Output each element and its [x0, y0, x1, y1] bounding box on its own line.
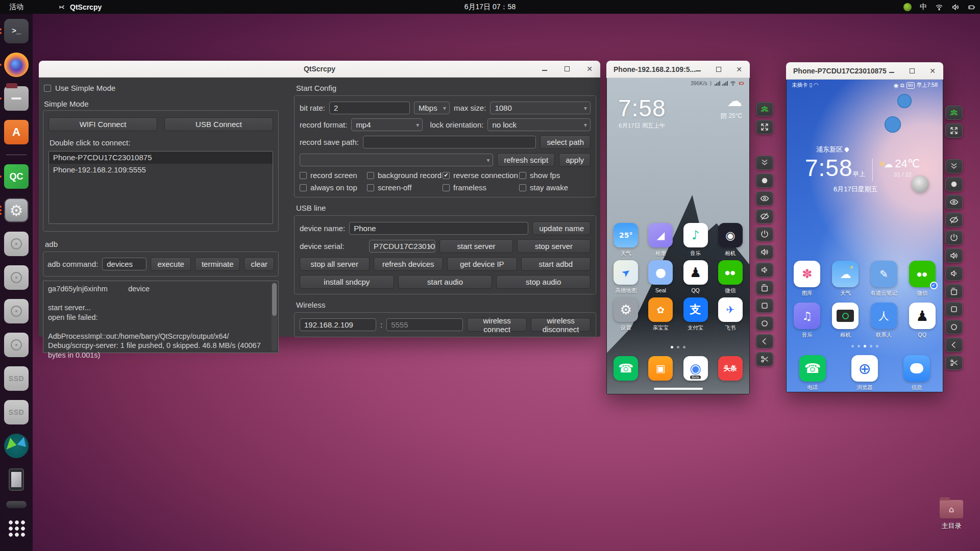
dock-terminal[interactable]: >_ [4, 19, 29, 43]
stay-awake-checkbox[interactable] [519, 184, 526, 191]
app-weather[interactable]: 25°天气 [610, 223, 642, 257]
app-wechat2[interactable]: ●●✔微信 [904, 261, 940, 297]
app-wechat[interactable]: ●●微信 [715, 260, 746, 294]
maximize-button[interactable] [562, 64, 572, 73]
device-list-item[interactable]: Phone-P7CDU17C23010875 [49, 152, 273, 164]
phone1-titlebar[interactable]: Phone-192.168.2.109:5... ✕ [606, 61, 750, 78]
menu-button[interactable] [756, 298, 773, 313]
screen-on-button[interactable] [756, 191, 773, 206]
app-music2[interactable]: ♫音乐 [789, 303, 825, 339]
app-music[interactable]: ♪音乐 [680, 223, 712, 257]
activities-button[interactable]: 活动 [0, 0, 33, 14]
execute-button[interactable]: execute [151, 257, 191, 271]
volume-icon[interactable] [951, 3, 960, 11]
fullscreen-button[interactable] [945, 123, 963, 138]
show-fps-checkbox[interactable] [519, 172, 526, 179]
app-seal[interactable]: ●Seal [645, 260, 676, 294]
max-size-select[interactable]: 1080 [490, 102, 591, 114]
clock[interactable]: 6月17日 07：58 [464, 3, 516, 12]
terminate-button[interactable]: terminate [195, 257, 240, 271]
start-server-button[interactable]: start server [439, 239, 513, 253]
group-control-button[interactable] [945, 106, 963, 120]
always-on-top-option[interactable]: always on top [300, 183, 367, 192]
dock-disk-1[interactable] [4, 232, 29, 256]
install-sndcpy-button[interactable]: install sndcpy [300, 275, 394, 289]
close-button[interactable]: ✕ [585, 64, 594, 73]
record-screen-option[interactable]: record screen [300, 171, 367, 180]
screen-clip-button[interactable] [756, 352, 773, 366]
dock-app-messages2[interactable]: 信息 [899, 355, 935, 391]
home-button[interactable] [756, 316, 773, 331]
apply-button[interactable]: apply [559, 153, 591, 167]
expand-notification-button[interactable] [756, 156, 773, 170]
stop-server-button[interactable]: stop server [517, 239, 591, 253]
dock-app-toutiao[interactable]: 头条 [715, 356, 746, 381]
screen-off-button[interactable] [756, 209, 773, 223]
group-control-button[interactable] [756, 102, 773, 116]
dock-ssd-1[interactable]: SSD [4, 366, 29, 391]
use-simple-mode-checkbox[interactable] [44, 85, 51, 92]
log-scrollbar-thumb[interactable] [272, 283, 277, 316]
phone1-minimize-button[interactable] [694, 65, 703, 74]
adb-command-input[interactable]: devices [102, 258, 146, 270]
dock-ssd-2[interactable]: SSD [4, 400, 29, 424]
dock-disk-utility[interactable] [4, 434, 29, 458]
android-tray-icon[interactable] [903, 3, 912, 11]
expand-notification-button[interactable] [945, 159, 963, 173]
wireless-connect-button[interactable]: wireless connect [467, 318, 527, 332]
show-applications-button[interactable] [8, 519, 25, 537]
wireless-disconnect-button[interactable]: wireless disconnect [531, 318, 591, 332]
background-record-option[interactable]: background record [367, 171, 443, 180]
phone1-home-indicator[interactable] [654, 388, 703, 390]
select-path-button[interactable]: select path [540, 135, 591, 149]
back-button[interactable] [756, 334, 773, 348]
device-list[interactable]: Phone-P7CDU17C23010875 Phone-192.168.2.1… [48, 151, 273, 224]
dock-qtscrcpy[interactable]: QC [4, 164, 29, 189]
dock-firefox[interactable] [4, 53, 29, 77]
app-camera2[interactable]: 相机 [827, 303, 863, 339]
home-folder-shortcut[interactable]: ⌂ 主目录 [933, 500, 970, 531]
wireless-port-input[interactable]: 5555 [386, 318, 463, 331]
phone2-minimize-button[interactable] [887, 66, 896, 76]
system-tray[interactable]: 中 [903, 3, 976, 12]
dock-ubuntu-software[interactable]: A [4, 120, 29, 144]
menu-button[interactable] [945, 302, 963, 316]
bit-rate-unit-select[interactable]: Mbps [414, 102, 450, 114]
stay-awake-option[interactable]: stay awake [519, 183, 591, 192]
app-qq[interactable]: ♟QQ [680, 260, 712, 294]
app-youdao[interactable]: ✎有道云笔记 [866, 261, 902, 297]
clear-button[interactable]: clear [244, 257, 274, 271]
refresh-devices-button[interactable]: refresh devices [374, 257, 444, 271]
volume-down-button[interactable] [756, 263, 773, 277]
dock-disk-2[interactable] [4, 265, 29, 290]
minimize-button[interactable] [540, 64, 549, 73]
fullscreen-button[interactable] [756, 120, 773, 134]
wireless-ip-input[interactable]: 192.168.2.109 [300, 318, 376, 331]
update-name-button[interactable]: update name [532, 221, 591, 235]
volume-down-button[interactable] [945, 266, 963, 281]
battery-icon[interactable] [968, 3, 976, 11]
lock-orientation-select[interactable]: no lock [487, 118, 591, 131]
script-select[interactable] [300, 154, 493, 166]
start-audio-button[interactable]: start audio [398, 275, 493, 289]
stop-audio-button[interactable]: stop audio [496, 275, 591, 289]
dock-app-phone[interactable]: ☎ [610, 356, 642, 381]
volume-up-button[interactable] [756, 245, 773, 259]
start-adbd-button[interactable]: start adbd [521, 257, 591, 271]
dock-disk-3[interactable] [4, 299, 29, 323]
screenshot-button[interactable] [756, 173, 773, 188]
volume-up-button[interactable] [945, 248, 963, 263]
phone1-close-button[interactable]: ✕ [734, 65, 744, 74]
dock-phone-device[interactable] [4, 467, 29, 492]
app-switch-button[interactable] [756, 281, 773, 295]
frameless-checkbox[interactable] [443, 184, 450, 191]
app-gallery[interactable]: ◢相册 [645, 223, 676, 257]
app-settings[interactable]: ⚙设置 [610, 297, 642, 332]
device-name-input[interactable]: Phone [349, 222, 528, 235]
assistive-ball[interactable] [912, 176, 929, 193]
app-switch-button[interactable] [945, 284, 963, 298]
dock-files[interactable] [4, 86, 29, 111]
refresh-script-button[interactable]: refresh script [497, 153, 555, 167]
show-fps-option[interactable]: show fps [519, 171, 591, 180]
phone1-weather-widget[interactable]: ☁ 阴 25°C [721, 93, 742, 120]
